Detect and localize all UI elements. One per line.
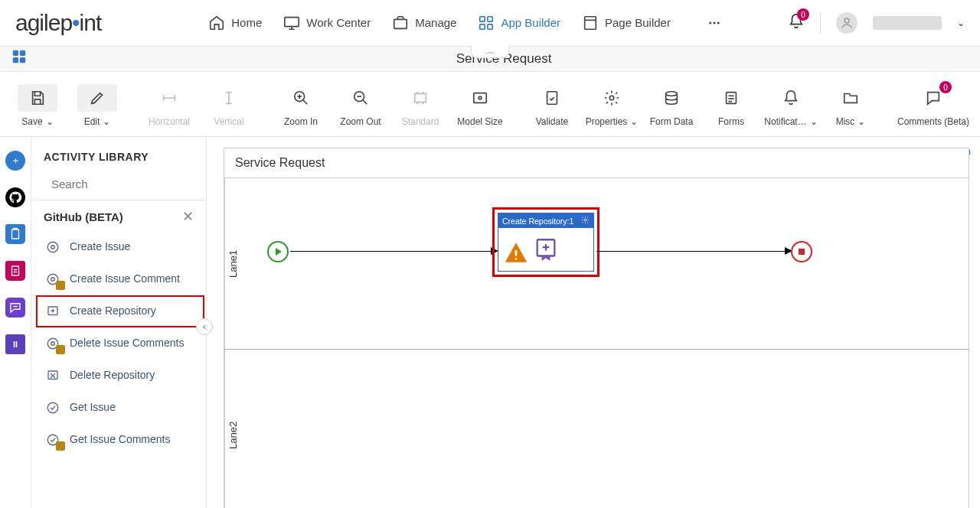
strip-github[interactable] (5, 187, 25, 207)
zoom-out-icon (352, 90, 369, 106)
notification-badge: 0 (797, 8, 809, 21)
lane-2-label[interactable]: Lane2 (224, 350, 241, 508)
activity-create-issue-comment[interactable]: Create Issue Comment (36, 263, 204, 295)
page-icon (582, 15, 599, 31)
strip-chat[interactable] (5, 298, 25, 318)
forms-icon (723, 90, 740, 106)
sidebar-collapse-handle[interactable]: ‹ (196, 318, 213, 335)
svg-point-39 (515, 258, 518, 260)
clipboard-icon (8, 227, 22, 241)
zoom-out-button[interactable]: Zoom Out (331, 80, 390, 132)
svg-rect-4 (480, 24, 485, 28)
nav-app-builder[interactable]: App Builder (478, 15, 560, 31)
forms-button[interactable]: Forms (701, 80, 761, 132)
save-icon (29, 90, 46, 106)
end-node[interactable] (791, 241, 812, 262)
standard-button[interactable]: Standard (390, 80, 450, 132)
activity-delete-repository[interactable]: Delete Repository (36, 360, 204, 392)
repo-delete-icon (44, 366, 62, 385)
target-comment-icon (44, 270, 62, 288)
svg-rect-12 (20, 50, 25, 56)
target-check-icon (44, 399, 62, 417)
nav-more[interactable] (707, 16, 721, 30)
svg-point-33 (51, 342, 55, 346)
svg-rect-2 (480, 16, 485, 21)
briefcase-icon (392, 15, 409, 31)
svg-rect-20 (547, 92, 557, 105)
app-switcher[interactable] (11, 48, 28, 70)
validate-button[interactable]: Validate (522, 80, 582, 132)
zoom-in-button[interactable]: Zoom In (271, 80, 331, 132)
database-icon (663, 90, 680, 106)
divider (820, 12, 821, 34)
vertical-button[interactable]: Vertical (199, 80, 259, 132)
edit-button[interactable]: Edit⌄ (67, 80, 127, 132)
more-icon (707, 16, 721, 30)
strip-columns[interactable]: II (5, 334, 25, 354)
user-avatar[interactable] (836, 12, 858, 34)
svg-rect-24 (12, 230, 19, 239)
category-name: GitHub (BETA) (44, 210, 123, 223)
nav-manage[interactable]: Manage (392, 15, 456, 31)
nav-work-center[interactable]: Work Center (283, 15, 371, 31)
connector-1[interactable] (290, 251, 495, 252)
start-node[interactable] (267, 241, 289, 262)
svg-point-22 (666, 92, 678, 96)
activity-gear-icon[interactable] (581, 216, 590, 226)
user-menu-chevron[interactable]: ⌄ (957, 18, 965, 28)
form-data-button[interactable]: Form Data (642, 80, 701, 132)
nav-page-builder[interactable]: Page Builder (582, 15, 671, 31)
strip-document[interactable] (5, 261, 25, 281)
activity-get-issue[interactable]: Get Issue (36, 392, 204, 424)
activity-node-highlight: Create Repository:1 (492, 207, 599, 277)
notifications-button[interactable]: Notificat…⌄ (761, 80, 821, 132)
target-delete-icon (44, 334, 62, 353)
strip-add[interactable]: ＋ (5, 151, 25, 171)
comment-icon (925, 90, 942, 106)
svg-point-19 (479, 96, 482, 99)
warning-icon (503, 239, 529, 268)
target-icon (44, 238, 62, 256)
activity-create-issue[interactable]: Create Issue (36, 231, 204, 263)
model-size-button[interactable]: Model Size (450, 80, 510, 132)
connector-2[interactable] (596, 251, 789, 252)
collapse-toolbar-handle[interactable]: ︿ (471, 46, 509, 58)
nav-home[interactable]: Home (208, 15, 262, 31)
sidebar-title: ACTIVITY LIBRARY (31, 137, 206, 171)
pencil-icon (89, 90, 106, 106)
zoom-in-icon (292, 90, 309, 106)
activity-delete-issue-comments[interactable]: Delete Issue Comments (36, 327, 204, 360)
svg-point-9 (717, 21, 720, 24)
svg-rect-3 (488, 16, 492, 21)
svg-rect-18 (474, 93, 487, 103)
horizontal-button[interactable]: Horizontal (139, 80, 199, 132)
fit-screen-icon (472, 90, 488, 106)
misc-button[interactable]: Misc⌄ (821, 80, 880, 132)
svg-point-35 (47, 402, 58, 413)
activity-create-repository[interactable]: Create Repository (36, 295, 204, 327)
save-button[interactable]: Save⌄ (8, 80, 67, 132)
lane-1-label[interactable]: Lane1 (224, 178, 241, 349)
user-name (873, 16, 942, 30)
validate-icon (544, 90, 560, 106)
notifications-bell[interactable]: 0 (788, 13, 805, 32)
strip-clipboard[interactable] (5, 224, 25, 244)
comments-button[interactable]: 0 Comments (Beta) (894, 80, 972, 132)
properties-button[interactable]: Properties⌄ (582, 80, 642, 132)
svg-rect-17 (415, 94, 426, 103)
activity-node-create-repository[interactable]: Create Repository:1 (498, 213, 594, 272)
svg-point-30 (51, 278, 55, 282)
svg-rect-25 (12, 266, 19, 275)
activity-get-issue-comments[interactable]: Get Issue Comments (36, 424, 204, 456)
svg-point-27 (47, 242, 58, 252)
search-input[interactable] (51, 177, 197, 190)
gear-icon (603, 90, 620, 106)
svg-rect-0 (285, 17, 299, 26)
svg-rect-13 (13, 57, 18, 63)
svg-point-28 (51, 246, 55, 249)
close-category[interactable]: ✕ (182, 208, 194, 225)
apps-icon (478, 15, 495, 31)
chat-icon (8, 301, 22, 314)
logo: agilep•int (15, 10, 132, 36)
fit-standard-icon (412, 90, 429, 106)
